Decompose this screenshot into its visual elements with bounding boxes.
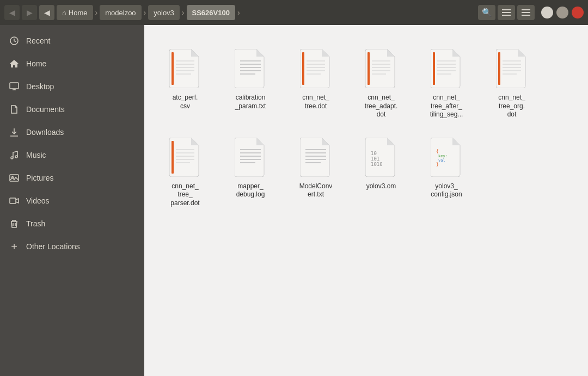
sidebar-item-downloads[interactable]: Downloads xyxy=(0,121,144,144)
back-button[interactable]: ◀ xyxy=(4,5,20,20)
menu-button[interactable] xyxy=(517,5,535,20)
svg-rect-3 xyxy=(522,9,530,10)
svg-rect-19 xyxy=(171,52,174,85)
file-item-calibration-param-txt[interactable]: calibration_param.txt xyxy=(220,41,280,125)
svg-text:}: } xyxy=(436,162,439,167)
breadcrumb-sep-1: › xyxy=(94,8,99,17)
file-item-cnn-net-tree-after-tiling[interactable]: cnn_net_tree_after_tiling_seg... xyxy=(416,41,476,125)
sidebar-item-home[interactable]: Home xyxy=(0,52,144,75)
search-button[interactable]: 🔍 xyxy=(478,5,495,20)
home-sidebar-icon xyxy=(9,58,20,69)
other-locations-icon: + xyxy=(9,241,20,252)
music-icon xyxy=(9,150,20,161)
home-icon: ⌂ xyxy=(62,9,66,17)
view-list-button[interactable] xyxy=(498,5,515,20)
svg-text:1010: 1010 xyxy=(371,162,383,167)
breadcrumb-sep-3: › xyxy=(181,8,186,17)
minimize-button[interactable]: – xyxy=(541,7,553,19)
svg-point-12 xyxy=(11,157,13,159)
window-controls: – □ ✕ xyxy=(541,7,584,19)
file-icon-yolov3-om: 10 101 1010 xyxy=(362,135,400,179)
sidebar: Recent Home Desktop xyxy=(0,25,144,376)
sidebar-item-label-documents: Documents xyxy=(26,105,65,114)
titlebar: ◀ ▶ ◀ ⌂ Home › modelzoo › yolov3 › SS626… xyxy=(0,0,588,25)
svg-text:key:: key: xyxy=(438,154,448,158)
svg-rect-54 xyxy=(171,141,174,174)
forward-button[interactable]: ▶ xyxy=(22,5,37,20)
file-item-cnn-net-tree-dot[interactable]: cnn_net_tree.dot xyxy=(286,41,346,125)
sidebar-item-label-recent: Recent xyxy=(26,36,50,45)
file-label-cnn-net-tree-parser-dot: cnn_net_tree_parser.dot xyxy=(170,182,199,208)
breadcrumb-ss626v100[interactable]: SS626V100 xyxy=(187,5,235,20)
file-item-cnn-net-tree-parser-dot[interactable]: cnn_net_tree_parser.dot xyxy=(155,130,215,213)
svg-rect-30 xyxy=(302,52,304,85)
documents-icon xyxy=(9,104,20,115)
videos-icon xyxy=(9,195,20,206)
svg-rect-7 xyxy=(10,83,19,89)
svg-rect-42 xyxy=(433,52,435,85)
file-icon-mapper-debug-log xyxy=(231,135,270,179)
file-icon-cnn-net-tree-adapt-dot xyxy=(362,47,400,90)
file-grid: atc_perf.csv calibration_param.txt xyxy=(150,36,583,219)
sidebar-item-recent[interactable]: Recent xyxy=(0,29,144,52)
pictures-icon xyxy=(9,172,20,183)
file-label-cnn-net-tree-adapt-dot: cnn_net_tree_adapt.dot xyxy=(365,94,398,119)
file-item-atc-perf-csv[interactable]: atc_perf.csv xyxy=(155,41,215,125)
svg-rect-2 xyxy=(502,15,511,16)
file-item-mapper-debug-log[interactable]: mapper_debug.log xyxy=(220,130,280,213)
breadcrumb-modelzoo[interactable]: modelzoo xyxy=(100,5,141,20)
prev-location-button[interactable]: ◀ xyxy=(39,5,54,20)
svg-rect-0 xyxy=(502,9,511,10)
file-label-atc-perf-csv: atc_perf.csv xyxy=(173,94,198,110)
sidebar-item-label-downloads: Downloads xyxy=(26,128,64,137)
svg-text:10: 10 xyxy=(371,151,377,156)
file-item-cnn-net-tree-org-dot[interactable]: cnn_net_tree_org.dot xyxy=(482,41,542,125)
sidebar-item-documents[interactable]: Documents xyxy=(0,98,144,121)
file-item-yolov3-om[interactable]: 10 101 1010 yolov3.om xyxy=(351,130,411,213)
svg-rect-16 xyxy=(10,198,16,204)
sidebar-item-trash[interactable]: Trash xyxy=(0,212,144,235)
file-item-modelconvert-txt[interactable]: ModelConvert.txt xyxy=(286,130,346,213)
svg-rect-5 xyxy=(522,15,530,16)
file-label-modelconvert-txt: ModelConvert.txt xyxy=(299,182,333,199)
file-icon-calibration-param-txt xyxy=(231,47,270,90)
sidebar-item-desktop[interactable]: Desktop xyxy=(0,75,144,98)
file-icon-cnn-net-tree-after-tiling xyxy=(427,47,465,90)
file-icon-cnn-net-tree-parser-dot xyxy=(166,135,204,179)
svg-text:{: { xyxy=(436,149,439,154)
sidebar-item-music[interactable]: Music xyxy=(0,144,144,167)
trash-icon xyxy=(9,218,20,229)
svg-point-13 xyxy=(15,156,17,158)
breadcrumb-bar: ⌂ Home › modelzoo › yolov3 › SS626V100 › xyxy=(57,5,476,20)
file-label-yolov3-config-json: yolov3_config.json xyxy=(431,182,462,199)
maximize-button[interactable]: □ xyxy=(556,7,568,19)
breadcrumb-home[interactable]: ⌂ Home xyxy=(57,5,93,20)
sidebar-item-pictures[interactable]: Pictures xyxy=(0,167,144,189)
svg-rect-36 xyxy=(367,52,370,85)
svg-text:101: 101 xyxy=(371,156,379,162)
desktop-icon xyxy=(9,81,20,92)
file-icon-modelconvert-txt xyxy=(297,135,335,179)
file-icon-cnn-net-tree-org-dot xyxy=(493,47,531,90)
downloads-icon xyxy=(9,127,20,138)
breadcrumb-sep-4: › xyxy=(236,8,241,17)
sidebar-item-label-desktop: Desktop xyxy=(26,82,54,91)
file-label-cnn-net-tree-dot: cnn_net_tree.dot xyxy=(302,94,329,110)
sidebar-item-label-trash: Trash xyxy=(26,219,45,228)
file-area: atc_perf.csv calibration_param.txt xyxy=(144,25,588,376)
sidebar-item-videos[interactable]: Videos xyxy=(0,189,144,212)
sidebar-item-other-locations[interactable]: + Other Locations xyxy=(0,235,144,258)
file-label-mapper-debug-log: mapper_debug.log xyxy=(236,182,265,199)
breadcrumb-yolov3[interactable]: yolov3 xyxy=(148,5,180,20)
main-area: Recent Home Desktop xyxy=(0,25,588,376)
sidebar-item-label-pictures: Pictures xyxy=(26,174,54,182)
sidebar-item-label-videos: Videos xyxy=(26,196,50,205)
close-button[interactable]: ✕ xyxy=(572,7,584,19)
svg-rect-48 xyxy=(498,52,500,85)
file-item-yolov3-config-json[interactable]: { key: val } yolov3_config.json xyxy=(416,130,476,213)
file-label-cnn-net-tree-after-tiling: cnn_net_tree_after_tiling_seg... xyxy=(430,94,463,119)
file-item-cnn-net-tree-adapt-dot[interactable]: cnn_net_tree_adapt.dot xyxy=(351,41,411,125)
file-label-cnn-net-tree-org-dot: cnn_net_tree_org.dot xyxy=(498,94,525,119)
svg-rect-14 xyxy=(10,175,19,181)
file-label-calibration-param-txt: calibration_param.txt xyxy=(235,94,266,110)
